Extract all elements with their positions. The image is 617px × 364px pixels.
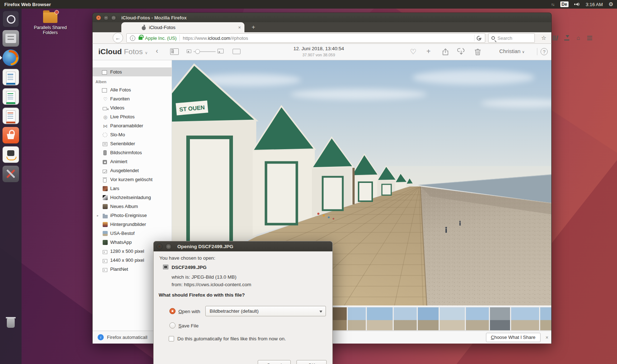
ubuntu-software-icon[interactable] bbox=[3, 127, 19, 143]
page-info-icon[interactable]: i bbox=[130, 36, 135, 41]
cancel-button[interactable]: Cancel bbox=[258, 360, 291, 364]
clock[interactable]: 3:16 AM bbox=[586, 2, 603, 7]
new-tab-button[interactable]: + bbox=[249, 24, 258, 31]
photo-thumbnail[interactable] bbox=[540, 307, 552, 330]
https-lock-icon[interactable] bbox=[139, 37, 142, 40]
search-input[interactable] bbox=[497, 36, 534, 41]
volume-icon[interactable] bbox=[574, 2, 580, 6]
libreoffice-impress-icon[interactable] bbox=[3, 108, 19, 124]
trash-icon[interactable] bbox=[3, 314, 19, 331]
open-with-radio[interactable] bbox=[169, 308, 176, 314]
photo-thumbnail[interactable] bbox=[394, 307, 417, 330]
desktop-icon-parallels-shared-folders[interactable]: Parallels Shared Folders bbox=[32, 12, 69, 36]
sidebar-item-live-photos[interactable]: ◎Live Photos bbox=[93, 112, 172, 121]
sidebar-item-favoriten[interactable]: ♡Favoriten bbox=[93, 94, 172, 103]
window-titlebar[interactable]: × − □ iCloud-Fotos - Mozilla Firefox bbox=[92, 13, 552, 22]
sidebar-item-panoramabilder[interactable]: ⋈Panoramabilder bbox=[93, 121, 172, 130]
do-automatically-checkbox[interactable] bbox=[169, 336, 174, 341]
window-maximize-button[interactable]: □ bbox=[111, 15, 116, 20]
reload-icon[interactable] bbox=[477, 36, 481, 41]
session-gear-icon[interactable]: ⚙ bbox=[609, 1, 613, 8]
system-settings-icon[interactable] bbox=[3, 166, 19, 182]
open-with-label[interactable]: Open with bbox=[178, 309, 200, 314]
tab-icloud-fotos[interactable]: iCloud-Fotos × bbox=[121, 22, 244, 32]
notification-close-icon[interactable]: × bbox=[546, 335, 548, 340]
window-close-button[interactable]: × bbox=[96, 15, 101, 20]
tab-close-icon[interactable]: × bbox=[238, 25, 241, 30]
photo-thumbnail[interactable] bbox=[466, 307, 489, 330]
url-divider bbox=[474, 35, 475, 41]
apple-favicon bbox=[141, 25, 146, 30]
back-button[interactable]: ← bbox=[113, 33, 123, 43]
photo-thumbnail[interactable] bbox=[367, 307, 393, 330]
delete-trash-icon[interactable] bbox=[474, 48, 482, 56]
site-identity-label[interactable]: Apple Inc. (US) bbox=[145, 36, 177, 41]
bookmark-star-icon[interactable]: ☆ bbox=[540, 34, 548, 42]
open-with-value: Bildbetrachter (default) bbox=[210, 308, 259, 314]
window-minimize-button[interactable]: − bbox=[103, 15, 109, 20]
photos-icon bbox=[103, 71, 107, 75]
sidebar-item-alle-fotos[interactable]: Alle Fotos bbox=[93, 85, 172, 94]
sidebar-item-lars[interactable]: Lars bbox=[93, 184, 172, 193]
dash-home-button[interactable] bbox=[3, 11, 19, 27]
photo-thumbnail[interactable] bbox=[490, 307, 510, 330]
window-title: iCloud-Fotos - Mozilla Firefox bbox=[121, 15, 187, 20]
open-with-select[interactable]: Bildbetrachter (default) bbox=[205, 306, 326, 316]
disclosure-triangle-icon[interactable]: ▸ bbox=[97, 214, 99, 217]
help-icon[interactable]: ? bbox=[541, 48, 548, 55]
downloads-icon[interactable] bbox=[563, 34, 571, 42]
sidebar-item-hochzeitseinladung[interactable]: Hochzeitseinladung bbox=[93, 193, 172, 202]
zoom-slider-knob[interactable] bbox=[195, 49, 200, 54]
sidebar-item-neues-album[interactable]: Neues Album bbox=[93, 202, 172, 211]
dialog-maximize-button[interactable]: □ bbox=[165, 244, 172, 250]
sidebar-item-videos[interactable]: Videos bbox=[93, 103, 172, 112]
photo-thumbnail[interactable] bbox=[348, 307, 366, 330]
add-icon[interactable]: + bbox=[426, 47, 431, 56]
files-app-icon[interactable] bbox=[3, 30, 19, 47]
sidebar-item-vor-kurzem-geloescht[interactable]: Vor kurzem gelöscht bbox=[93, 175, 172, 184]
do-automatically-label[interactable]: Do this automatically for files like thi… bbox=[177, 336, 286, 341]
sidebar-item-fotos[interactable]: Fotos bbox=[93, 67, 172, 76]
download-cloud-icon[interactable] bbox=[457, 48, 465, 56]
choose-what-i-share-button[interactable]: Choose What I Share bbox=[486, 333, 541, 342]
favorite-heart-icon[interactable]: ♡ bbox=[410, 47, 416, 56]
sidebar-item-serienbilder[interactable]: Serienbilder bbox=[93, 139, 172, 148]
url-bar[interactable]: i Apple Inc. (US) https://www.icloud.com… bbox=[126, 33, 485, 43]
home-icon[interactable]: ⌂ bbox=[574, 34, 582, 42]
share-icon[interactable] bbox=[441, 48, 449, 56]
account-menu[interactable]: Christian ∨ bbox=[499, 48, 525, 54]
fullscreen-photo-icon[interactable] bbox=[233, 49, 240, 54]
sidebar-item-ausgeblendet[interactable]: Ausgeblendet bbox=[93, 166, 172, 175]
recently-deleted-icon bbox=[103, 178, 107, 183]
icloud-brand[interactable]: iCloud Fotos ∨ bbox=[98, 47, 148, 56]
menu-hamburger-icon[interactable] bbox=[586, 34, 594, 42]
network-indicator-icon[interactable]: ↑↓ bbox=[551, 2, 555, 6]
dialog-close-button[interactable]: × bbox=[156, 244, 163, 250]
firefox-app-icon[interactable] bbox=[3, 49, 19, 66]
sidebar-toggle-icon[interactable] bbox=[170, 48, 179, 55]
album-thumbnail bbox=[103, 222, 108, 227]
libreoffice-writer-icon[interactable] bbox=[3, 69, 19, 85]
chevron-down-icon: ∨ bbox=[522, 50, 524, 54]
amazon-icon[interactable] bbox=[3, 146, 19, 163]
photo-thumbnail[interactable] bbox=[440, 307, 465, 330]
search-box[interactable] bbox=[488, 33, 535, 43]
photo-thumbnail[interactable] bbox=[511, 307, 539, 330]
header-back-chevron[interactable]: ‹ bbox=[156, 47, 158, 55]
save-file-label[interactable]: Save File bbox=[178, 323, 198, 328]
sidebar-item-iphoto-ereignisse[interactable]: ▸iPhoto-Ereignisse bbox=[93, 211, 172, 220]
libreoffice-calc-icon[interactable] bbox=[3, 88, 19, 105]
sidebar-item-usa-bestof[interactable]: USA-Bestof bbox=[93, 229, 172, 238]
sidebar-item-hintergrundbilder[interactable]: Hintergrundbilder bbox=[93, 220, 172, 229]
sidebar-item-animiert[interactable]: Animiert bbox=[93, 157, 172, 166]
icloud-header: iCloud Fotos ∨ ‹ 12. Juni 2018, 13:40:54… bbox=[93, 44, 551, 60]
photo-thumbnail[interactable] bbox=[418, 307, 439, 330]
dialog-titlebar[interactable]: × □ Opening DSCF2499.JPG bbox=[154, 241, 332, 251]
sidebar-item-slo-mo[interactable]: Slo-Mo bbox=[93, 130, 172, 139]
ok-button[interactable]: OK bbox=[296, 360, 327, 364]
url-text[interactable]: https://www.icloud.com/#photos bbox=[183, 36, 248, 41]
save-file-radio[interactable] bbox=[169, 322, 176, 328]
keyboard-layout-indicator[interactable]: De bbox=[560, 1, 569, 7]
dialog-body: You have chosen to open: DSCF2499.JPG wh… bbox=[154, 251, 332, 364]
sidebar-item-bildschirmfotos[interactable]: Bildschirmfotos bbox=[93, 148, 172, 157]
